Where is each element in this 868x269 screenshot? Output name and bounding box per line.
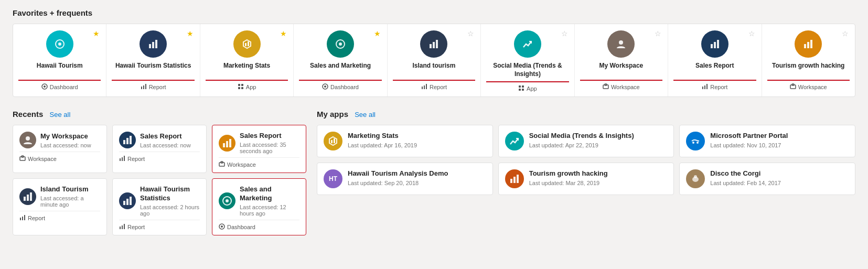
star-icon[interactable]: ☆ xyxy=(655,29,661,38)
svg-point-74 xyxy=(221,225,223,228)
myapps-title: My apps xyxy=(317,110,348,119)
recent-header: My Workspace Last accessed: now xyxy=(19,132,100,148)
recent-time: Last accessed: 12 hours ago xyxy=(240,204,299,217)
fav-name: Sales Report xyxy=(673,62,756,77)
svg-point-18 xyxy=(339,42,342,46)
star-icon[interactable]: ☆ xyxy=(842,29,849,38)
app-info: Microsoft Partner Portal Last updated: N… xyxy=(710,132,849,148)
fav-type-label: Dashboard xyxy=(50,84,78,90)
recent-header: Hawaii Tourism Statistics Last accessed:… xyxy=(119,185,200,217)
fav-type-label: Report xyxy=(710,84,727,90)
fav-icon xyxy=(327,30,354,58)
recent-card-1[interactable]: Sales Report Last accessed: now Report xyxy=(112,125,207,173)
star-icon[interactable]: ★ xyxy=(93,29,100,38)
svg-rect-68 xyxy=(120,227,121,229)
recent-card-5[interactable]: Sales and Marketing Last accessed: 12 ho… xyxy=(212,178,306,235)
svg-rect-81 xyxy=(513,177,516,183)
star-icon[interactable]: ★ xyxy=(280,29,287,38)
fav-card-1[interactable]: ★ Hawaii Tourism Statistics Report xyxy=(106,24,200,96)
app-name: Social Media (Trends & Insights) xyxy=(529,132,668,141)
svg-rect-4 xyxy=(149,44,151,48)
svg-rect-6 xyxy=(155,40,157,48)
recent-type: Report xyxy=(119,220,200,231)
recent-type-label: Dashboard xyxy=(227,224,255,230)
recent-time: Last accessed: now xyxy=(40,142,100,148)
app-card-5[interactable]: Disco the Corgi Last updated: Feb 14, 20… xyxy=(679,163,855,195)
fav-card-0[interactable]: ★ Hawaii Tourism Dashboard xyxy=(13,24,106,96)
app-icon xyxy=(505,132,524,150)
svg-rect-11 xyxy=(245,43,247,46)
type-icon xyxy=(518,85,524,92)
svg-rect-35 xyxy=(714,42,716,48)
recent-info: My Workspace Last accessed: now xyxy=(40,132,100,148)
recent-card-2[interactable]: Sales Report Last accessed: 35 seconds a… xyxy=(212,125,306,173)
recent-type-label: Workspace xyxy=(28,156,57,162)
svg-rect-40 xyxy=(804,44,806,48)
fav-icon xyxy=(607,30,635,58)
myapps-header: My apps See all xyxy=(317,110,855,119)
recent-icon xyxy=(19,132,36,148)
fav-type-label: Report xyxy=(430,84,447,90)
app-card-0[interactable]: Marketing Stats Last updated: Apr 16, 20… xyxy=(317,125,493,157)
fav-card-8[interactable]: ☆ Tourism growth hacking Workspace xyxy=(762,24,855,96)
star-icon[interactable]: ☆ xyxy=(748,29,755,38)
recent-type-label: Workspace xyxy=(227,162,256,168)
svg-rect-48 xyxy=(123,140,125,144)
app-card-3[interactable]: HT Hawaii Tourism Analysis Demo Last upd… xyxy=(317,163,493,195)
fav-type: Dashboard xyxy=(18,80,101,95)
star-icon[interactable]: ★ xyxy=(374,29,381,38)
svg-rect-30 xyxy=(522,89,524,91)
fav-name: Marketing Stats xyxy=(206,62,288,77)
svg-point-84 xyxy=(694,175,697,178)
recents-see-all[interactable]: See all xyxy=(50,111,71,119)
fav-type: Workspace xyxy=(580,80,662,95)
star-icon[interactable]: ☆ xyxy=(561,29,568,38)
svg-rect-38 xyxy=(704,85,705,89)
recent-type-label: Report xyxy=(127,156,145,162)
fav-card-4[interactable]: ☆ Island tourism Report xyxy=(388,24,481,96)
type-icon xyxy=(421,83,427,91)
app-name: Hawaii Tourism Analysis Demo xyxy=(348,169,486,178)
fav-card-2[interactable]: ★ Marketing Stats App xyxy=(200,24,294,96)
star-icon[interactable]: ★ xyxy=(187,29,194,38)
fav-card-5[interactable]: ☆ Social Media (Trends & Insights) App xyxy=(481,24,574,96)
fav-card-6[interactable]: ☆ My Workspace Workspace xyxy=(575,24,668,96)
svg-rect-27 xyxy=(519,85,521,88)
svg-rect-82 xyxy=(517,175,519,183)
recent-card-4[interactable]: Hawaii Tourism Statistics Last accessed:… xyxy=(112,178,207,235)
recent-icon xyxy=(19,188,36,205)
app-card-4[interactable]: Tourism growth hacking Last updated: Mar… xyxy=(498,163,674,195)
fav-card-3[interactable]: ★ Sales and Marketing Dashboard xyxy=(294,24,387,96)
svg-rect-60 xyxy=(27,195,29,201)
svg-rect-64 xyxy=(24,215,25,220)
svg-rect-52 xyxy=(122,157,123,161)
fav-type: Workspace xyxy=(767,80,850,95)
recent-type: Workspace xyxy=(19,152,100,163)
recents-grid: My Workspace Last accessed: now Workspac… xyxy=(13,125,306,235)
recent-card-0[interactable]: My Workspace Last accessed: now Workspac… xyxy=(13,125,107,173)
svg-rect-53 xyxy=(124,156,125,161)
fav-icon xyxy=(514,30,541,58)
favorites-section: Favorites + frequents ★ Hawaii Tourism D… xyxy=(13,8,855,97)
fav-card-7[interactable]: ☆ Sales Report Report xyxy=(668,24,762,96)
svg-rect-26 xyxy=(426,84,427,89)
svg-rect-80 xyxy=(510,179,512,183)
app-date: Last updated: Feb 14, 2017 xyxy=(710,180,849,186)
recent-time: Last accessed: 2 hours ago xyxy=(140,204,200,217)
fav-type-label: App xyxy=(246,84,256,90)
app-card-2[interactable]: Microsoft Partner Portal Last updated: N… xyxy=(679,125,855,157)
recent-header: Island Tourism Last accessed: a minute a… xyxy=(19,185,100,208)
fav-icon xyxy=(420,30,447,58)
myapps-see-all[interactable]: See all xyxy=(355,111,376,119)
app-card-1[interactable]: Social Media (Trends & Insights) Last up… xyxy=(498,125,674,157)
recent-icon xyxy=(219,135,235,152)
app-info: Tourism growth hacking Last updated: Mar… xyxy=(529,169,668,186)
fav-icon xyxy=(795,30,822,58)
app-info: Social Media (Trends & Insights) Last up… xyxy=(529,132,668,148)
recent-info: Hawaii Tourism Statistics Last accessed:… xyxy=(140,185,200,217)
svg-rect-8 xyxy=(143,85,144,89)
star-icon[interactable]: ☆ xyxy=(467,29,474,38)
app-date: Last updated: Apr 16, 2019 xyxy=(348,142,486,148)
recent-card-3[interactable]: Island Tourism Last accessed: a minute a… xyxy=(13,178,107,235)
svg-rect-7 xyxy=(141,87,142,89)
